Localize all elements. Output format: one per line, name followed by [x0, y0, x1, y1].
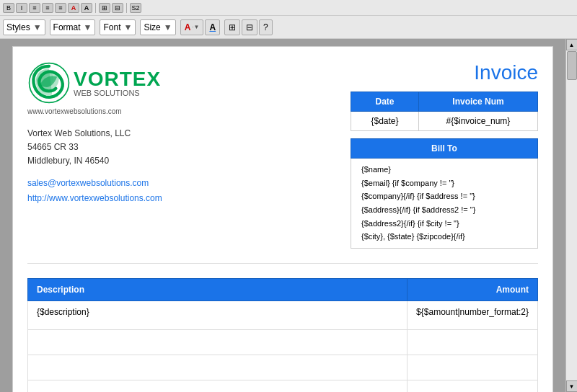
document: VORTEX WEB SOLUTIONS www.vortexwebsoluti…	[12, 46, 553, 392]
logo-text: VORTEX WEB SOLUTIONS	[74, 69, 161, 97]
format-label: Format	[53, 22, 81, 32]
content-area[interactable]: VORTEX WEB SOLUTIONS www.vortexwebsoluti…	[0, 39, 565, 392]
bill-to-line5: {$address2}{/if} {if $city != "}	[361, 217, 527, 231]
contact-email: sales@vortexwebsolutions.com	[27, 176, 162, 192]
empty-row-2	[28, 355, 538, 380]
vertical-scrollbar[interactable]: ▲ ▼	[565, 39, 577, 392]
bill-to-line3: {$company}{/if} {if $address != "}	[361, 190, 527, 203]
toolbar-icon-bold[interactable]: B	[3, 3, 14, 13]
format-dropdown[interactable]: Format ▼	[50, 19, 96, 35]
contact-website: http://www.vortexwebsolutions.com	[27, 191, 162, 207]
date-header: Date	[351, 92, 419, 112]
toolbar-icon-misc[interactable]: S2	[130, 3, 141, 13]
extra-icons-group: ⊞ ⊟ ?	[224, 19, 273, 35]
empty-amount-2	[408, 355, 538, 380]
font-color-button[interactable]: A	[205, 19, 220, 35]
special-icon: ⊟	[246, 22, 253, 32]
bill-to-line6: {$city}, {$state} {$zipcode}{/if}	[361, 230, 527, 244]
invoice-item-row: {$description} ${$amount|number_format:2…	[28, 301, 538, 330]
bill-to-header: Bill To	[351, 139, 538, 159]
vortex-logo-icon	[27, 61, 71, 104]
size-dropdown[interactable]: Size ▼	[140, 19, 175, 35]
bill-to-content: {$name} {$email} {if $company != "} {$co…	[351, 159, 538, 249]
scroll-down-button[interactable]: ▼	[566, 380, 578, 392]
bill-to-table: Bill To {$name} {$email} {if $company !=…	[351, 138, 538, 249]
main-invoice-table: Description Amount {$description} ${$amo…	[27, 278, 538, 392]
format-bar: Styles ▼ Format ▼ Font ▼ Size ▼ A ·▼ A ⊞…	[0, 16, 577, 39]
date-invoice-table: Date Invoice Num {$date} #{$invoice_num}	[351, 92, 538, 131]
description-cell: {$description}	[28, 301, 408, 330]
font-label: Font	[103, 22, 120, 32]
text-color-icon: A	[185, 22, 191, 32]
format-arrow: ▼	[84, 22, 92, 32]
toolbar-icon-img[interactable]: ⊟	[112, 3, 123, 13]
help-icon-btn[interactable]: ?	[259, 19, 273, 35]
size-arrow: ▼	[164, 22, 172, 32]
invoice-num-value: #{$invoice_num}	[418, 112, 537, 131]
vortex-brand-name: VORTEX	[74, 69, 161, 89]
toolbar-icon-align3[interactable]: ≡	[55, 3, 66, 13]
styles-label: Styles	[6, 22, 30, 32]
styles-arrow: ▼	[33, 22, 42, 32]
table-icon: ⊞	[229, 22, 236, 32]
logo-section: VORTEX WEB SOLUTIONS www.vortexwebsoluti…	[27, 61, 162, 207]
color-group: A ·▼ A	[180, 19, 220, 35]
scroll-track[interactable]	[566, 50, 577, 380]
table-icon-btn[interactable]: ⊞	[224, 19, 240, 35]
toolbar-icon-italic[interactable]: I	[16, 3, 27, 13]
empty-amount-1	[408, 330, 538, 355]
toolbar-icon-table[interactable]: ⊞	[99, 3, 110, 13]
color-dropdown-arrow: ·▼	[192, 24, 199, 30]
description-header: Description	[28, 279, 408, 301]
invoice-title: Invoice	[474, 61, 538, 84]
contact-section: sales@vortexwebsolutions.com http://www.…	[27, 176, 162, 207]
font-color-icon: A	[209, 22, 216, 32]
address-line3: Middlebury, IN 46540	[27, 154, 131, 168]
section-divider	[27, 263, 538, 264]
empty-row-3	[28, 380, 538, 392]
amount-cell: ${$amount|number_format:2}	[408, 301, 538, 330]
table-row: {$name} {$email} {if $company != "} {$co…	[351, 159, 538, 249]
main-container: VORTEX WEB SOLUTIONS www.vortexwebsoluti…	[0, 39, 577, 392]
special-icon-btn[interactable]: ⊟	[242, 19, 257, 35]
empty-amount-3	[408, 380, 538, 392]
invoice-num-header: Invoice Num	[418, 92, 537, 112]
invoice-header: VORTEX WEB SOLUTIONS www.vortexwebsoluti…	[27, 61, 538, 249]
bill-to-line4: {$address}{/if} {if $address2 != "}	[361, 203, 527, 217]
web-solutions-text: WEB SOLUTIONS	[74, 89, 161, 97]
amount-header: Amount	[408, 279, 538, 301]
top-toolbar: B I ≡ ≡ ≡ A A ⊞ ⊟ S2	[0, 0, 577, 16]
empty-desc-3	[28, 380, 408, 392]
help-icon: ?	[263, 22, 268, 32]
empty-desc-2	[28, 355, 408, 380]
font-dropdown[interactable]: Font ▼	[100, 19, 136, 35]
invoice-right: Invoice Date Invoice Num {$date}	[351, 61, 538, 249]
bill-to-line1: {$name}	[361, 163, 527, 177]
toolbar-icon-font[interactable]: A	[81, 3, 92, 13]
toolbar-icon-align[interactable]: ≡	[29, 3, 40, 13]
toolbar-icon-color[interactable]: A	[68, 3, 79, 13]
bill-to-line2: {$email} {if $company != "}	[361, 177, 527, 190]
size-label: Size	[144, 22, 160, 32]
address-line1: Vortex Web Solutions, LLC	[27, 127, 131, 141]
logo-container: VORTEX WEB SOLUTIONS	[27, 61, 161, 104]
text-color-button[interactable]: A ·▼	[180, 19, 204, 35]
scroll-up-button[interactable]: ▲	[566, 39, 578, 50]
font-arrow: ▼	[124, 22, 133, 32]
address-line2: 54665 CR 33	[27, 141, 131, 154]
styles-dropdown[interactable]: Styles ▼	[3, 19, 45, 35]
date-value: {$date}	[351, 112, 419, 131]
logo-website: www.vortexwebsolutions.com	[27, 107, 122, 115]
address-section: Vortex Web Solutions, LLC 54665 CR 33 Mi…	[27, 127, 131, 169]
empty-desc-1	[28, 330, 408, 355]
table-row: {$date} #{$invoice_num}	[351, 112, 538, 131]
empty-row-1	[28, 330, 538, 355]
toolbar-icon-align2[interactable]: ≡	[42, 3, 53, 13]
scroll-thumb[interactable]	[567, 51, 577, 80]
